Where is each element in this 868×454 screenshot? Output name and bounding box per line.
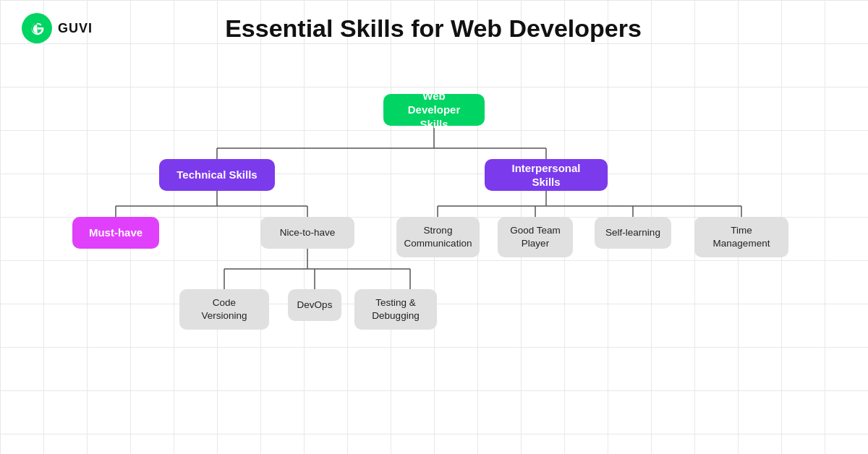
tree-container: Web Developer Skills Technical Skills In… bbox=[0, 72, 868, 454]
logo-text: GUVI bbox=[58, 21, 93, 36]
good-team-player-node: Good Team Player bbox=[498, 217, 573, 257]
interpersonal-skills-node: Interpersonal Skills bbox=[485, 159, 608, 191]
technical-skills-node: Technical Skills bbox=[159, 159, 275, 191]
self-learning-node: Self-learning bbox=[595, 217, 671, 249]
code-versioning-node: Code Versioning bbox=[179, 289, 269, 330]
must-have-node: Must-have bbox=[72, 217, 159, 249]
testing-debugging-node: Testing & Debugging bbox=[354, 289, 437, 330]
devops-node: DevOps bbox=[288, 289, 341, 321]
header: GUVI Essential Skills for Web Developers bbox=[0, 0, 868, 56]
time-management-node: Time Management bbox=[694, 217, 788, 257]
strong-communication-node: Strong Communication bbox=[396, 217, 480, 257]
logo-icon bbox=[22, 13, 52, 43]
page-title: Essential Skills for Web Developers bbox=[93, 14, 774, 43]
page: GUVI Essential Skills for Web Developers bbox=[0, 0, 868, 454]
root-node: Web Developer Skills bbox=[383, 94, 485, 126]
nice-to-have-node: Nice-to-have bbox=[260, 217, 354, 249]
